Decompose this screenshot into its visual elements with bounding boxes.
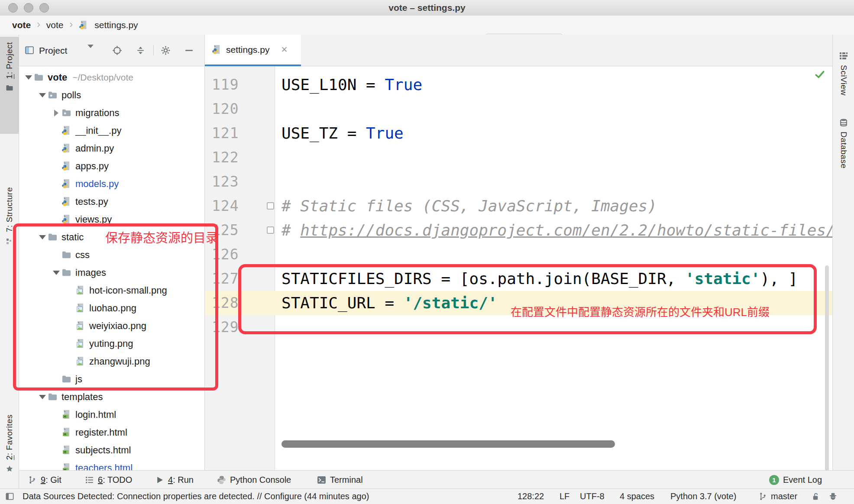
code-line-125[interactable]: 125# https://docs.djangoproject.com/en/2… <box>205 218 832 242</box>
svg-text:H: H <box>64 432 66 436</box>
toolbar-separator <box>153 45 154 55</box>
line-number[interactable]: 121 <box>212 121 239 145</box>
tree-item-register.html[interactable]: Hregister.html <box>19 423 204 441</box>
tree-item-polls[interactable]: polls <box>19 86 204 104</box>
line-number[interactable]: 126 <box>212 242 239 267</box>
tree-item-teachers.html[interactable]: Hteachers.html <box>19 459 204 470</box>
chevron-right-icon: › <box>70 19 73 30</box>
line-number[interactable]: 124 <box>212 194 239 218</box>
tree-item-views.py[interactable]: views.py <box>19 210 204 228</box>
line-number[interactable]: 120 <box>212 97 239 121</box>
tree-item-templates[interactable]: templates <box>19 388 204 406</box>
indent-indicator[interactable]: 4 spaces <box>620 489 654 504</box>
tool-window-button--run[interactable]: 4: Run <box>155 471 194 489</box>
interpreter-indicator[interactable]: Python 3.7 (vote) <box>670 489 736 504</box>
tree-item-models.py[interactable]: models.py <box>19 175 204 193</box>
horizontal-scrollbar[interactable] <box>281 440 615 448</box>
folder-icon <box>48 392 61 402</box>
tree-item-__init__.py[interactable]: __init__.py <box>19 122 204 139</box>
line-number[interactable]: 122 <box>212 145 239 170</box>
stripe-button--favorites[interactable]: 2: Favorites <box>0 409 19 501</box>
breadcrumb-project[interactable]: vote <box>12 20 31 30</box>
code-line-128[interactable]: 128STATIC_URL = '/static/' <box>205 291 832 315</box>
locate-file-button[interactable] <box>112 45 123 58</box>
breadcrumb-file[interactable]: settings.py <box>94 20 138 30</box>
tree-item-vote[interactable]: vote~/Desktop/vote <box>19 68 204 86</box>
stripe-button-database[interactable]: Database <box>834 118 853 168</box>
inspector-hector-icon[interactable] <box>828 489 838 504</box>
img-icon <box>75 321 89 331</box>
code-line-121[interactable]: 121USE_TZ = True <box>205 121 832 145</box>
caret-position[interactable]: 128:22 <box>518 489 544 504</box>
tree-item-login.html[interactable]: Hlogin.html <box>19 406 204 423</box>
breadcrumb-package[interactable]: vote <box>46 20 64 30</box>
chevron-down-icon[interactable] <box>51 271 61 275</box>
chevron-right-icon: › <box>37 19 40 30</box>
tree-item-tests.py[interactable]: tests.py <box>19 193 204 210</box>
collapse-all-button[interactable] <box>135 45 146 58</box>
hide-panel-button[interactable] <box>184 45 194 58</box>
encoding-indicator[interactable]: UTF-8 <box>580 489 605 504</box>
tree-item-zhangwuji.png[interactable]: zhangwuji.png <box>19 352 204 370</box>
tool-window-button-python-console[interactable]: Python Console <box>217 471 291 489</box>
event-log-button[interactable]: 1 Event Log <box>769 471 822 489</box>
lock-icon[interactable] <box>811 489 820 504</box>
tool-window-button--todo[interactable]: 6: TODO <box>85 471 132 489</box>
line-number[interactable]: 127 <box>212 267 239 291</box>
code-line-120[interactable]: 120 <box>205 97 832 121</box>
pkg-icon <box>48 90 61 100</box>
tab-settings-py[interactable]: settings.py ✕ <box>205 35 301 66</box>
vertical-scrollbar[interactable] <box>825 265 829 470</box>
tree-item-luohao.png[interactable]: luohao.png <box>19 299 204 317</box>
code-line-129[interactable]: 129 <box>205 315 832 339</box>
line-number[interactable]: 119 <box>212 73 239 97</box>
gear-icon[interactable] <box>160 45 171 58</box>
fold-marker-icon[interactable] <box>267 202 274 210</box>
chevron-down-icon[interactable] <box>23 75 34 80</box>
html-icon: H <box>61 463 75 471</box>
tool-window-button--git[interactable]: 9: Git <box>28 471 61 489</box>
code-line-123[interactable]: 123 <box>205 170 832 194</box>
chevron-down-icon[interactable] <box>84 48 94 56</box>
chevron-right-icon[interactable] <box>51 110 61 116</box>
tree-item-subjects.html[interactable]: Hsubjects.html <box>19 441 204 459</box>
line-number[interactable]: 128 <box>212 291 239 315</box>
tree-item-images[interactable]: images <box>19 264 204 281</box>
code-line-127[interactable]: 127STATICFILES_DIRS = [os.path.join(BASE… <box>205 267 832 291</box>
line-number[interactable]: 125 <box>212 218 239 242</box>
tree-item-apps.py[interactable]: apps.py <box>19 157 204 175</box>
todo-icon <box>85 475 94 485</box>
code-line-119[interactable]: 119USE_L10N = True <box>205 73 832 97</box>
tree-item-js[interactable]: js <box>19 370 204 388</box>
tree-item-css[interactable]: css <box>19 246 204 264</box>
line-number[interactable]: 129 <box>212 315 239 339</box>
chevron-down-icon[interactable] <box>37 395 48 399</box>
code-line-126[interactable]: 126 <box>205 242 832 267</box>
line-number[interactable]: 123 <box>212 170 239 194</box>
tool-window-toggle-icon[interactable] <box>5 489 14 504</box>
stripe-button-sciview[interactable]: SciView <box>834 51 853 96</box>
tree-item-hot-icon-small.png[interactable]: hot-icon-small.png <box>19 281 204 299</box>
project-panel-title[interactable]: Project <box>39 35 67 66</box>
fold-marker-icon[interactable] <box>267 226 274 234</box>
code-line-122[interactable]: 122 <box>205 145 832 170</box>
stripe-button--structure[interactable]: 7: Structure <box>0 182 19 295</box>
editor[interactable]: 119USE_L10N = True120121USE_TZ = True122… <box>205 66 832 470</box>
close-tab-icon[interactable]: ✕ <box>281 45 288 55</box>
line-ending-indicator[interactable]: LF <box>560 489 569 504</box>
tree-item-migrations[interactable]: migrations <box>19 104 204 122</box>
chevron-down-icon[interactable] <box>37 235 48 239</box>
svg-text:H: H <box>64 414 66 419</box>
git-branch-indicator[interactable]: master <box>758 489 797 504</box>
folder-icon <box>61 250 75 260</box>
tree-item-yuting.png[interactable]: yuting.png <box>19 335 204 352</box>
inspection-ok-icon[interactable] <box>814 69 825 82</box>
chevron-down-icon[interactable] <box>37 93 48 97</box>
status-message[interactable]: Data Sources Detected: Connection proper… <box>23 489 369 504</box>
stripe-button--project[interactable]: 1: Project <box>0 37 19 134</box>
tree-item-weiyixiao.png[interactable]: weiyixiao.png <box>19 317 204 335</box>
tool-window-button-terminal[interactable]: Terminal <box>317 471 363 489</box>
tree-item-admin.py[interactable]: admin.py <box>19 139 204 157</box>
code-line-124[interactable]: 124# Static files (CSS, JavaScript, Imag… <box>205 194 832 218</box>
tree-item-static[interactable]: static <box>19 228 204 246</box>
